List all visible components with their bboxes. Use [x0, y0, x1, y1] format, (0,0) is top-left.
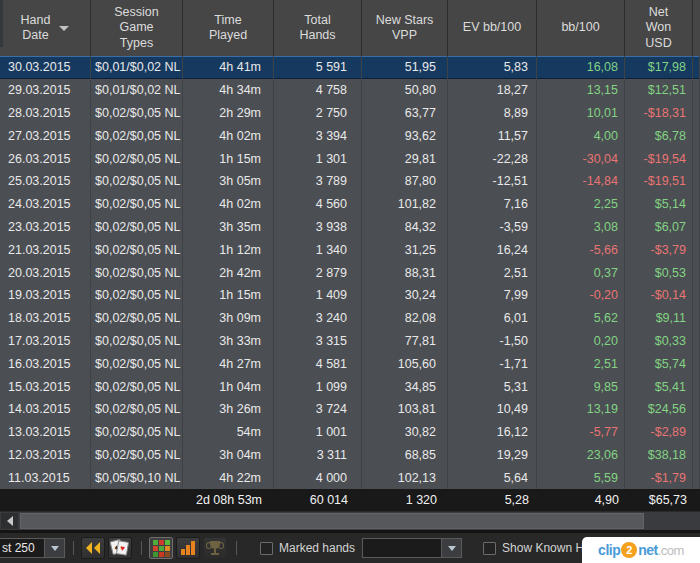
column-header-spacer [693, 0, 700, 56]
cell-spacer [693, 124, 700, 147]
trophy-icon [208, 541, 222, 556]
horizontal-scrollbar[interactable] [0, 511, 700, 530]
cell-game: $0,02/$0,05 NL [91, 398, 183, 421]
cell-bb100: -5,66 [537, 238, 625, 261]
table-row[interactable]: 23.03.2015$0,02/$0,05 NL3h 35m3 93884,32… [0, 216, 700, 239]
cell-net: $6,07 [625, 216, 693, 239]
column-header-label: Net Won USD [645, 5, 671, 51]
cell-ev: 8,89 [448, 102, 537, 125]
cell-bb100: 13,19 [537, 398, 625, 421]
column-header-time-played[interactable]: Time Played [183, 0, 274, 56]
cell-time: 3h 04m [183, 444, 274, 467]
cell-vpp: 51,95 [362, 56, 448, 79]
column-header-label: Time Played [209, 13, 247, 44]
table-row[interactable]: 14.03.2015$0,02/$0,05 NL3h 26m3 724103,8… [0, 398, 700, 421]
cell-bb100: 5,59 [537, 466, 625, 489]
cell-bb100: 5,62 [537, 307, 625, 330]
cell-ev: 5,64 [448, 466, 537, 489]
cell-time: 2h 29m [183, 102, 274, 125]
cell-game: $0,02/$0,05 NL [91, 170, 183, 193]
hand-replayer-button[interactable]: ♠ ♥ [108, 537, 132, 559]
cell-game: $0,02/$0,05 NL [91, 375, 183, 398]
marked-hands-checkbox[interactable] [260, 542, 273, 555]
cell-time: 3h 26m [183, 398, 274, 421]
cell-ev: 16,24 [448, 238, 537, 261]
cell-spacer [693, 466, 700, 489]
table-row-selected[interactable]: 30.03.2015$0,01/$0,02 NL4h 41m5 59151,95… [0, 56, 700, 79]
dropdown-arrow-button[interactable] [44, 539, 64, 557]
cell-ev: -3,59 [448, 216, 537, 239]
cell-vpp: 50,80 [362, 79, 448, 102]
cell-date: 11.03.2015 [0, 466, 91, 489]
dropdown-arrow-button[interactable] [441, 539, 461, 557]
cell-time: 3h 35m [183, 216, 274, 239]
cell-hands: 3 240 [274, 307, 362, 330]
cell-spacer [693, 102, 700, 125]
cell-spacer [693, 421, 700, 444]
scroll-left-button[interactable] [1, 513, 18, 529]
cell-hands: 3 315 [274, 330, 362, 353]
table-row[interactable]: 21.03.2015$0,02/$0,05 NL1h 12m1 34031,25… [0, 238, 700, 261]
watermark-text-net: net [638, 542, 658, 558]
cell-hands: 3 311 [274, 444, 362, 467]
cell-ev: 10,49 [448, 398, 537, 421]
column-header-new-stars-vpp[interactable]: New Stars VPP [362, 0, 448, 56]
table-row[interactable]: 13.03.2015$0,02/$0,05 NL54m1 00130,8216,… [0, 421, 700, 444]
table-row[interactable]: 28.03.2015$0,02/$0,05 NL2h 29m2 75063,77… [0, 102, 700, 125]
cell-vpp: 30,24 [362, 284, 448, 307]
cell-vpp: 102,13 [362, 466, 448, 489]
cell-game: $0,02/$0,05 NL [91, 216, 183, 239]
cell-spacer [693, 193, 700, 216]
cell-date: 25.03.2015 [0, 170, 91, 193]
marked-hands-filter-dropdown[interactable] [362, 538, 462, 558]
table-row[interactable]: 25.03.2015$0,02/$0,05 NL3h 05m3 78987,80… [0, 170, 700, 193]
cell-spacer [693, 375, 700, 398]
cell-game: $0,02/$0,05 NL [91, 238, 183, 261]
hands-range-dropdown[interactable]: st 250 [0, 538, 65, 558]
cell-ev: 19,29 [448, 444, 537, 467]
poker-sessions-window: Hand Date Session Game Types Time Played… [0, 0, 700, 563]
replay-back-button[interactable] [81, 537, 105, 559]
cell-vpp: 101,82 [362, 193, 448, 216]
cell-vpp: 88,31 [362, 261, 448, 284]
results-grid-view-button[interactable] [149, 537, 173, 559]
column-header-bb100[interactable]: bb/100 [537, 0, 625, 56]
table-row[interactable]: 11.03.2015$0,05/$0,10 NL4h 22m4 000102,1… [0, 466, 700, 489]
cell-bb100: -14,84 [537, 170, 625, 193]
cell-date: 15.03.2015 [0, 375, 91, 398]
table-row[interactable]: 19.03.2015$0,02/$0,05 NL1h 15m1 40930,24… [0, 284, 700, 307]
table-row[interactable]: 20.03.2015$0,02/$0,05 NL2h 42m2 87988,31… [0, 261, 700, 284]
totals-row: 2d 08h 53m60 0141 3205,284,90$65,73 [0, 489, 700, 511]
table-row[interactable]: 24.03.2015$0,02/$0,05 NL4h 02m4 560101,8… [0, 193, 700, 216]
table-row[interactable]: 16.03.2015$0,02/$0,05 NL4h 27m4 581105,6… [0, 352, 700, 375]
column-header-total-hands[interactable]: Total Hands [274, 0, 362, 56]
double-chevron-left-icon [85, 542, 101, 554]
table-row[interactable]: 15.03.2015$0,02/$0,05 NL1h 04m1 09934,85… [0, 375, 700, 398]
table-row[interactable]: 26.03.2015$0,02/$0,05 NL1h 15m1 30129,81… [0, 147, 700, 170]
cell-hands: 2 879 [274, 261, 362, 284]
cell-bb100: 0,20 [537, 330, 625, 353]
cell-date: 12.03.2015 [0, 444, 91, 467]
graph-view-button[interactable] [176, 537, 200, 559]
cell-ev: -1,71 [448, 352, 537, 375]
table-row[interactable]: 17.03.2015$0,02/$0,05 NL3h 33m3 31577,81… [0, 330, 700, 353]
cell-time: 1h 15m [183, 147, 274, 170]
column-header-ev-bb100[interactable]: EV bb/100 [448, 0, 537, 56]
cell-game: $0,02/$0,05 NL [91, 193, 183, 216]
column-header-net-won-usd[interactable]: Net Won USD [625, 0, 693, 56]
show-known-holecards-checkbox[interactable] [483, 542, 496, 555]
watermark-text-clip: clip [598, 542, 620, 558]
cell-date: 28.03.2015 [0, 102, 91, 125]
awards-button[interactable] [203, 537, 227, 559]
column-header-hand-date[interactable]: Hand Date [0, 0, 91, 56]
table-row[interactable]: 27.03.2015$0,02/$0,05 NL4h 02m3 39493,62… [0, 124, 700, 147]
cell-date: 21.03.2015 [0, 238, 91, 261]
scrollbar-thumb[interactable] [20, 513, 644, 529]
table-row[interactable]: 29.03.2015$0,01/$0,02 NL4h 34m4 75850,80… [0, 79, 700, 102]
table-row[interactable]: 18.03.2015$0,02/$0,05 NL3h 09m3 24082,08… [0, 307, 700, 330]
cell-bb100: 4,90 [537, 489, 625, 511]
column-header-session-game-types[interactable]: Session Game Types [91, 0, 183, 56]
cell-time: 4h 27m [183, 352, 274, 375]
table-row[interactable]: 12.03.2015$0,02/$0,05 NL3h 04m3 31168,85… [0, 444, 700, 467]
toolbar-separator [141, 541, 142, 555]
